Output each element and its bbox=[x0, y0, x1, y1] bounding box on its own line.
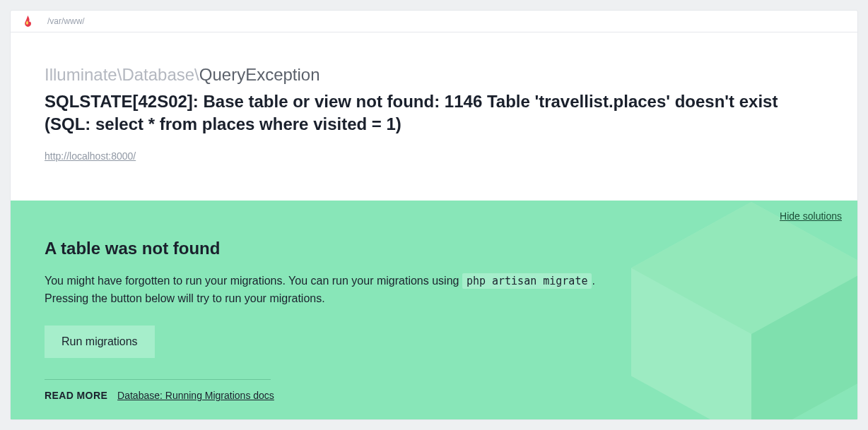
exception-namespace: Illuminate\Database\QueryException bbox=[45, 64, 823, 86]
hide-solutions-link[interactable]: Hide solutions bbox=[780, 210, 842, 222]
read-more-row: READ MORE Database: Running Migrations d… bbox=[45, 390, 823, 401]
ignition-logo-icon bbox=[23, 16, 33, 27]
error-card: /var/www/ Illuminate\Database\QueryExcep… bbox=[10, 10, 858, 420]
exception-content: Illuminate\Database\QueryException SQLST… bbox=[11, 32, 857, 201]
read-more-link[interactable]: Database: Running Migrations docs bbox=[117, 390, 274, 401]
decor-shape bbox=[631, 202, 857, 419]
error-message: SQLSTATE[42S02]: Base table or view not … bbox=[45, 90, 804, 134]
run-migrations-button[interactable]: Run migrations bbox=[45, 326, 155, 358]
solution-text-prefix: You might have forgotten to run your mig… bbox=[45, 275, 462, 287]
solution-text-suffix: . bbox=[592, 275, 594, 287]
top-bar: /var/www/ bbox=[11, 11, 857, 32]
request-url-link[interactable]: http://localhost:8000/ bbox=[45, 150, 136, 162]
solution-title: A table was not found bbox=[45, 239, 823, 258]
project-path: /var/www/ bbox=[47, 16, 85, 26]
svg-marker-1 bbox=[631, 202, 857, 334]
svg-marker-0 bbox=[631, 202, 857, 419]
solution-text-line2: Pressing the button below will try to ru… bbox=[45, 292, 325, 304]
read-more-label: READ MORE bbox=[45, 390, 107, 401]
solution-command: php artisan migrate bbox=[462, 273, 592, 289]
namespace-prefix: Illuminate\Database\ bbox=[45, 65, 199, 84]
solution-panel: Hide solutions A table was not found You… bbox=[11, 201, 857, 419]
solution-body: You might have forgotten to run your mig… bbox=[45, 273, 823, 308]
exception-class: QueryException bbox=[199, 65, 320, 84]
divider bbox=[45, 379, 271, 380]
